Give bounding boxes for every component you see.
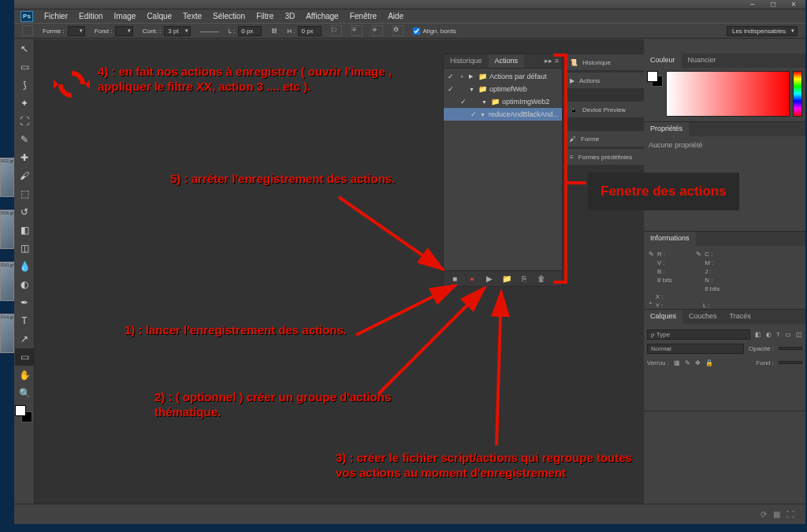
marquee-tool[interactable]: ▭	[15, 58, 34, 76]
hue-strip[interactable]	[793, 71, 802, 117]
tab-traces[interactable]: Tracés	[723, 310, 757, 324]
path-ops-icon[interactable]: □	[331, 25, 342, 36]
blur-tool[interactable]: 💧	[15, 258, 34, 275]
history-brush-tool[interactable]: ↺	[15, 203, 34, 221]
fond-label: Fond :	[95, 28, 113, 35]
annotation-3: 3) : créer le fichier script/actions qui…	[336, 451, 651, 481]
forme-label: Forme :	[43, 28, 65, 35]
menu-3d[interactable]: 3D	[284, 12, 295, 20]
menu-image[interactable]: Image	[114, 12, 136, 20]
menu-edition[interactable]: Edition	[79, 12, 103, 20]
titlebar: − □ ×	[14, 0, 805, 9]
wand-tool[interactable]: ✦	[15, 95, 34, 112]
tab-calques[interactable]: Calques	[644, 310, 682, 324]
menu-aide[interactable]: Aide	[388, 12, 404, 20]
action-set[interactable]: ✓▫▶📁Actions par défaut	[444, 70, 562, 83]
fond-dropdown[interactable]	[115, 26, 132, 36]
arrange-icon[interactable]: ⎆	[372, 25, 383, 36]
menu-affichage[interactable]: Affichage	[306, 12, 339, 20]
menu-filtre[interactable]: Filtre	[256, 12, 273, 20]
crop-tool[interactable]: ⛶	[15, 113, 34, 130]
tools-panel: ↖ ▭ ⟆ ✦ ⛶ ✎ ✚ 🖌 ⬚ ↺ ◧ ◫ 💧 ◐ ✒ T ↗ ▭ ✋ 🔍	[14, 39, 35, 504]
eraser-tool[interactable]: ◧	[15, 221, 34, 239]
new-action-button[interactable]: ⎘	[518, 273, 530, 285]
tab-couches[interactable]: Couches	[682, 310, 723, 324]
play-button[interactable]: ▶	[483, 273, 496, 285]
desktop-thumb: 010.jp	[0, 262, 14, 301]
brush-icon: 🖌	[570, 136, 576, 143]
tab-actions[interactable]: Actions	[489, 54, 525, 68]
gradient-tool[interactable]: ◫	[15, 240, 34, 257]
annotation-2: 2) : ( optionnel ) créer un groupe d'act…	[154, 390, 422, 420]
align-icon[interactable]: ≡	[351, 25, 363, 36]
w-label: L :	[229, 28, 236, 35]
menu-calque[interactable]: Calque	[147, 12, 172, 20]
record-button[interactable]: ●	[466, 273, 478, 285]
path-select-tool[interactable]: ↗	[15, 330, 34, 348]
tab-historique[interactable]: Historique	[444, 54, 489, 68]
color-swatches[interactable]	[647, 71, 663, 87]
tab-proprietes[interactable]: Propriétés	[644, 122, 689, 136]
info-rgb: ✎R :V :B :8 bits +X :Y :	[649, 251, 672, 304]
action-set[interactable]: ✓▼📁optimefWeb	[444, 83, 562, 95]
color-picker[interactable]	[666, 71, 790, 117]
svg-marker-0	[85, 80, 90, 89]
w-input[interactable]: 0 px	[238, 26, 262, 36]
minimize-button[interactable]: −	[744, 0, 761, 9]
stroke-style[interactable]: ———	[200, 28, 219, 35]
menu-fenetre[interactable]: Fenêtre	[350, 12, 377, 20]
type-tool[interactable]: T	[15, 312, 34, 329]
sync-icon[interactable]: ⟳	[761, 510, 767, 519]
maximize-button[interactable]: □	[764, 0, 782, 9]
ps-logo: Ps	[20, 11, 33, 22]
layer-filter-type[interactable]: ρ Type	[647, 329, 750, 340]
close-button[interactable]: ×	[785, 0, 802, 9]
play-icon: ▶	[570, 77, 575, 84]
heal-tool[interactable]: ✚	[15, 149, 34, 166]
align-edges[interactable]: Align. bords	[413, 28, 456, 35]
info-cmyk: ✎C :M :J :N :8 bits □L :H :	[696, 251, 720, 304]
desktop-thumb: 014.jp	[0, 314, 14, 353]
stamp-tool[interactable]: ⬚	[15, 185, 34, 203]
history-icon: 📜	[570, 59, 578, 66]
tool-preset-icon[interactable]	[22, 25, 33, 36]
menu-texte[interactable]: Texte	[183, 12, 202, 20]
forme-dropdown[interactable]	[68, 26, 85, 36]
eyedropper-tool[interactable]: ✎	[15, 131, 34, 148]
fg-bg-swatches[interactable]	[15, 405, 32, 422]
menu-selection[interactable]: Sélection	[213, 12, 245, 20]
hand-tool[interactable]: ✋	[15, 366, 34, 384]
annotation-5: 5) : arréter l'enregistrement des action…	[170, 172, 422, 187]
delete-button[interactable]: 🗑	[535, 273, 548, 285]
opacity-input[interactable]	[779, 347, 802, 350]
grid-icon[interactable]: ▦	[773, 510, 780, 519]
pen-tool[interactable]: ✒	[15, 294, 34, 311]
stop-recording-button[interactable]: ■	[448, 273, 461, 285]
link-wh-icon[interactable]: ⛓	[271, 28, 277, 35]
dodge-tool[interactable]: ◐	[15, 276, 34, 293]
new-set-button[interactable]: 📁	[500, 273, 513, 285]
lasso-tool[interactable]: ⟆	[15, 76, 34, 94]
desktop-thumb: 006.jp	[0, 210, 14, 249]
gear-icon[interactable]: ⚙	[392, 25, 404, 36]
zoom-tool[interactable]: 🔍	[15, 385, 34, 402]
workspace-dropdown[interactable]: Les indispensables	[727, 26, 798, 36]
tab-informations[interactable]: Informations	[644, 232, 696, 246]
tab-couleur[interactable]: Couleur	[644, 54, 682, 68]
menu-fichier[interactable]: Fichier	[44, 12, 68, 20]
fill-input[interactable]	[779, 361, 802, 364]
blend-mode-dropdown[interactable]: Normal	[647, 344, 744, 354]
h-input[interactable]: 0 px	[298, 26, 322, 36]
menubar: Ps Fichier Edition Image Calque Texte Sé…	[14, 9, 805, 23]
tab-nuancier[interactable]: Nuancier	[682, 54, 723, 68]
action-set[interactable]: ✓▼📁optimImgWeb2	[444, 95, 562, 108]
actions-list: ✓▫▶📁Actions par défaut ✓▼📁optimefWeb ✓▼📁…	[444, 69, 562, 122]
shape-tool[interactable]: ▭	[15, 348, 34, 366]
action-item-selected[interactable]: ✓▼reduceAndBlackAnd...	[444, 108, 562, 121]
bracket-tick	[567, 181, 586, 184]
brush-tool[interactable]: 🖌	[15, 167, 34, 184]
cont-dropdown[interactable]: 3 pt	[164, 26, 190, 36]
move-tool[interactable]: ↖	[15, 40, 34, 58]
status-bar: ⟳ ▦ ⛶	[14, 504, 805, 524]
expand-icon[interactable]: ⛶	[787, 510, 794, 519]
